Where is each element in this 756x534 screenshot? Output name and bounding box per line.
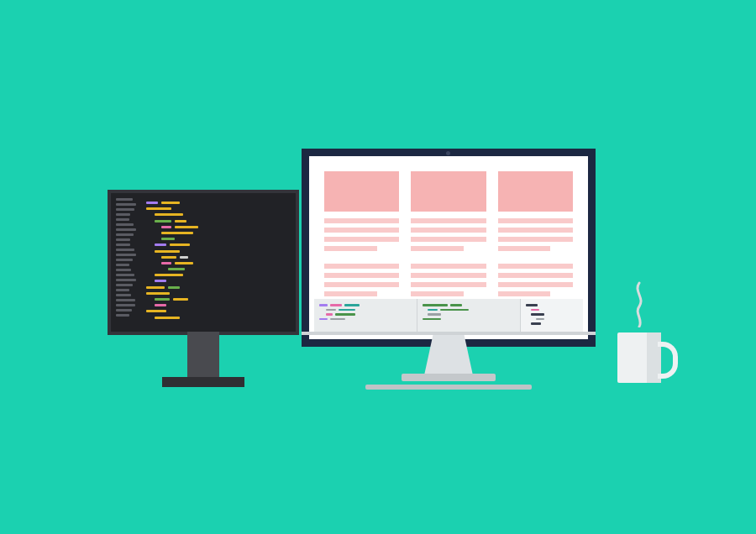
code-body xyxy=(146,202,289,322)
design-column xyxy=(411,171,486,301)
code-gutter xyxy=(116,198,138,319)
code-editor-monitor xyxy=(108,190,299,335)
design-column xyxy=(324,171,399,301)
design-preview-monitor xyxy=(302,149,596,347)
design-columns xyxy=(324,171,573,301)
devtools-panel xyxy=(314,299,583,334)
mug-handle xyxy=(658,342,678,379)
monitor-stand-neck xyxy=(187,332,219,378)
devtools-pane-html xyxy=(314,299,417,334)
monitor-stand-base xyxy=(162,377,244,387)
design-column xyxy=(498,171,573,301)
webcam-icon xyxy=(446,151,450,155)
steam-icon xyxy=(628,281,650,327)
devtools-pane-tree xyxy=(520,299,583,334)
monitor-chin xyxy=(302,332,596,335)
keyboard xyxy=(365,385,532,390)
devtools-pane-css xyxy=(417,299,520,334)
imac-stand-base xyxy=(402,374,496,381)
